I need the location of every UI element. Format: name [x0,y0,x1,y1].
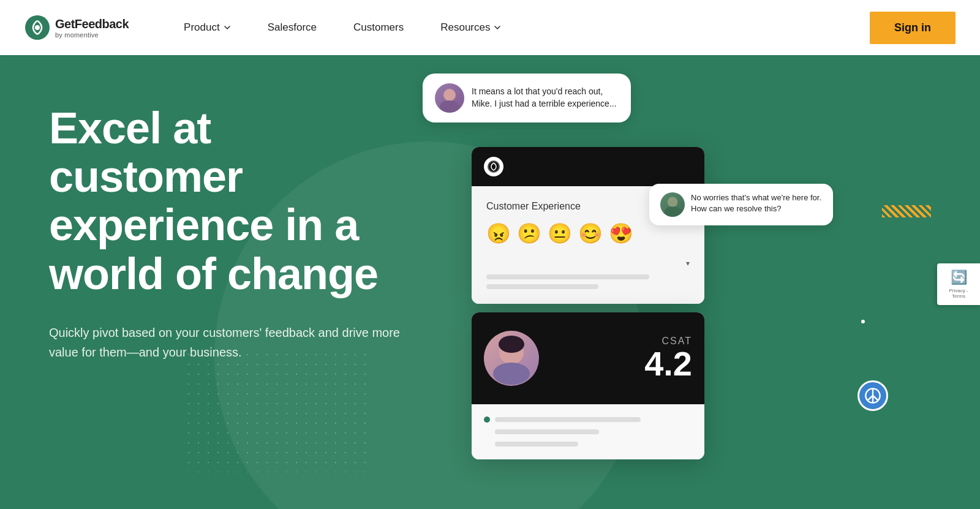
svg-point-4 [462,126,469,132]
recaptcha-logo: 🔄 [951,270,967,285]
dot-grid-decoration [184,350,368,472]
svg-point-2 [443,89,456,101]
csat-bar-row-2 [484,429,692,435]
svg-point-7 [665,206,681,217]
recaptcha-badge: 🔄 Privacy - Terms [937,263,980,305]
resources-chevron-icon [494,24,501,31]
dropdown-row: ▾ [486,257,690,268]
avatar-woman [435,83,464,113]
yellow-stripe-decoration [882,205,931,217]
avatar-man [660,192,685,217]
nav-customers[interactable]: Customers [335,0,422,55]
svg-point-6 [668,197,678,208]
csat-card: CSAT 4.2 [472,312,704,459]
csat-bar-1 [495,417,641,422]
chat-bubble-2: No worries that's what we're here for. H… [649,184,833,225]
logo-sub-brand: by momentive [55,31,129,39]
logo-text: GetFeedback by momentive [55,17,129,39]
nav-salesforce-label: Salesforce [268,21,317,34]
survey-logo-icon [484,157,503,176]
svg-line-14 [873,396,878,401]
emoji-angry[interactable]: 😠 [486,222,511,245]
dot-indicator [859,318,867,325]
svg-point-9 [493,363,530,385]
bubble-1-text: It means a lot that you'd reach out, Mik… [472,86,619,110]
svg-line-13 [867,396,873,401]
csat-bar-row-3 [484,441,692,447]
nav-product-label: Product [184,21,220,34]
hero-headline: Excel at customer experience in a world … [49,104,404,298]
csat-score: 4.2 [644,347,692,381]
survey-bars [486,274,690,289]
survey-card-header [472,147,704,186]
svg-point-5 [488,161,499,172]
logo-brand-name: GetFeedback [55,17,129,31]
logo-icon [24,15,50,40]
csat-bar-3 [495,442,578,447]
navbar: GetFeedback by momentive Product Salesfo… [0,0,980,55]
nav-links: Product Salesforce Customers Resources [165,0,870,55]
nav-product[interactable]: Product [165,0,249,55]
svg-point-1 [35,25,40,30]
circle-badge-icon [858,380,888,411]
survey-bar-1 [486,274,649,279]
csat-dot-1 [484,417,490,423]
bubble-2-text: No worries that's what we're here for. H… [691,192,822,214]
csat-card-header: CSAT 4.2 [472,312,704,404]
survey-card: Customer Experience 😠 😕 😐 😊 😍 ▾ [472,147,704,304]
recaptcha-text: Privacy - Terms [944,288,973,299]
nav-resources-label: Resources [440,21,490,34]
chat-bubble-1: It means a lot that you'd reach out, Mik… [423,74,631,123]
survey-bar-2 [486,284,598,289]
hero-right-mockups: It means a lot that you'd reach out, Mik… [441,55,980,509]
hero-left-content: Excel at customer experience in a world … [0,55,441,362]
csat-avatar [484,331,539,386]
csat-card-body [472,404,704,459]
svg-point-10 [499,336,524,353]
csat-bars [484,417,692,447]
hero-subtext: Quickly pivot based on your customers' f… [49,323,404,362]
sign-in-button[interactable]: Sign in [870,12,956,44]
logo[interactable]: GetFeedback by momentive [24,15,129,40]
product-chevron-icon [224,24,231,31]
csat-bar-2 [495,429,599,434]
peace-icon [864,387,881,404]
nav-resources[interactable]: Resources [422,0,519,55]
hero-section: Excel at customer experience in a world … [0,55,980,509]
emoji-love[interactable]: 😍 [609,222,633,245]
svg-point-3 [440,100,459,113]
nav-customers-label: Customers [353,21,404,34]
dropdown-arrow-icon: ▾ [686,259,690,268]
emoji-happy[interactable]: 😊 [578,222,603,245]
csat-bar-row-1 [484,417,692,423]
nav-salesforce[interactable]: Salesforce [249,0,335,55]
emoji-confused[interactable]: 😕 [517,222,541,245]
csat-score-area: CSAT 4.2 [644,336,692,381]
emoji-neutral[interactable]: 😐 [548,222,572,245]
